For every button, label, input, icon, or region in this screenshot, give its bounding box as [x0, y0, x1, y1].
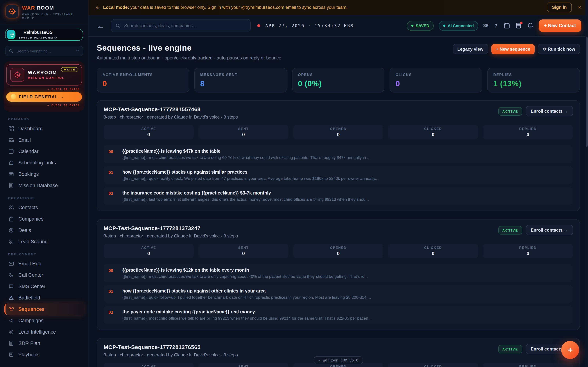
run-tick-now-button[interactable]: ⟳ Run tick now — [538, 44, 580, 54]
sequence-step-row[interactable]: D1 how {{practiceName}} stacks up agains… — [104, 285, 573, 303]
sequence-step-row[interactable]: D2 the insurance code mistake costing {{… — [104, 187, 573, 205]
sidebar-item-calendar[interactable]: Calendar — [4, 146, 84, 157]
search-icon — [9, 49, 13, 53]
page-title: Sequences - live engine — [97, 43, 283, 53]
sequence-step-row[interactable]: D0 {{practiceName}} is leaving $12k on t… — [104, 264, 573, 282]
sidebar-search-input[interactable] — [16, 48, 73, 53]
mini-stat-value: 0 — [337, 132, 340, 137]
target-icon — [8, 239, 14, 244]
click-to-enter-label: → CLICK TO ENTER — [9, 104, 80, 107]
mini-stat-clicked: CLICKED 0 — [388, 125, 478, 140]
sidebar-item-deals[interactable]: Deals — [4, 225, 84, 236]
nav-section-command: COMMAND — [8, 117, 84, 121]
sidebar-item-dashboard[interactable]: Dashboard — [4, 123, 84, 134]
back-button[interactable]: ← — [95, 22, 106, 30]
brand-room: ROOM — [36, 5, 54, 11]
scrollbar-track[interactable] — [585, 0, 588, 367]
sidebar-item-sdr-plan[interactable]: SDR Plan — [4, 337, 84, 349]
mini-stat-clicked: CLICKED 0 — [388, 363, 478, 367]
field-general-label: FIELD GENERAL → — [19, 94, 64, 99]
doc-icon — [8, 340, 14, 346]
mini-stat-opened: OPENED 0 — [293, 244, 383, 258]
sequence-step-row[interactable]: D0 {{practiceName}} is leaving $47k on t… — [104, 145, 573, 163]
sequence-title: MCP-Test-Sequence-1777281557468 — [104, 106, 238, 112]
sidebar-item-lead-intelligence[interactable]: Lead Intelligence — [4, 326, 84, 337]
field-general-button[interactable]: FIELD GENERAL → — [6, 92, 82, 101]
new-sequence-button[interactable]: + New sequence — [491, 44, 535, 54]
saved-label: SAVED — [416, 24, 429, 28]
enroll-contacts-button[interactable]: Enroll contacts → — [526, 225, 573, 235]
sidebar-item-playbook[interactable]: Playbook — [4, 349, 84, 360]
sidebar-item-label: SMS Center — [18, 284, 45, 289]
warroom-crosshair-logo-icon — [6, 5, 18, 18]
calendar-icon[interactable] — [503, 22, 510, 29]
new-contact-button[interactable]: + New Contact — [539, 19, 581, 32]
sequence-step-row[interactable]: D1 how {{practiceName}} stacks up agains… — [104, 166, 573, 184]
mini-stat-label: ACTIVE — [141, 127, 156, 131]
scrollbar-thumb[interactable] — [586, 37, 588, 147]
sidebar-item-label: Mission Database — [18, 183, 58, 188]
sidebar-item-sequences[interactable]: Sequences — [4, 303, 84, 315]
sidebar-item-email[interactable]: Email — [4, 134, 84, 146]
sidebar-item-email-hub[interactable]: Email Hub — [4, 258, 84, 269]
stat-card-active-enrollments: ACTIVE ENROLLMENTS 0 — [97, 68, 189, 92]
sidebar-item-label: Sequences — [18, 306, 45, 312]
sidebar-item-scheduling-links[interactable]: Scheduling Links — [4, 157, 84, 168]
brand-subtitle: WARROOM CRM · TWINFLAME GROUP — [22, 12, 77, 20]
step-day-label: D2 — [108, 309, 122, 315]
banner-close-icon[interactable]: ✕ — [578, 5, 581, 10]
shortcut-kbd: ⌘K — [76, 49, 79, 52]
enroll-contacts-button[interactable]: Enroll contacts → — [526, 106, 573, 116]
notes-icon[interactable] — [515, 22, 522, 29]
sidebar-item-label: Playbook — [18, 352, 39, 357]
close-icon[interactable]: ✕ — [318, 358, 320, 362]
mini-stat-clicked: CLICKED 0 — [388, 244, 478, 258]
mini-stat-label: REPLIED — [519, 246, 537, 250]
sidebar-item-label: Battlefield — [18, 295, 40, 300]
recording-dot-icon — [257, 24, 260, 27]
sidebar-item-bookings[interactable]: Bookings — [4, 168, 84, 180]
bell-icon[interactable] — [527, 22, 533, 29]
sidebar-item-battlefield[interactable]: Battlefield — [4, 292, 84, 303]
sign-in-button[interactable]: Sign in — [547, 3, 572, 12]
stat-label: CLICKS — [396, 73, 476, 77]
bookings-card-icon — [8, 171, 14, 177]
live-badge: LIVE — [61, 67, 78, 72]
step-subject: how {{practiceName}} stacks up against s… — [122, 170, 568, 175]
sequence-title: MCP-Test-Sequence-1777281276565 — [104, 344, 238, 350]
local-mode-banner: ⚠ Local mode: your data is saved to this… — [89, 0, 588, 15]
step-preview: {{first_name}}, most chiro practices we … — [122, 274, 568, 279]
platform-switch-button[interactable]: ReimburseOS SWITCH PLATFORM ⟳ — [5, 29, 83, 41]
step-subject: {{practiceName}} is leaving $12k on the … — [122, 267, 568, 273]
ai-dot-icon — [443, 25, 445, 27]
sidebar-item-companies[interactable]: Companies — [4, 213, 84, 225]
mission-control-card[interactable]: LIVE WARROOM MISSION CONTROL — [6, 64, 82, 85]
book-icon — [8, 351, 14, 358]
command-k-shortcut[interactable]: ⌘K — [483, 23, 489, 28]
help-button[interactable]: ? — [494, 23, 498, 28]
floating-add-button[interactable]: + — [561, 341, 579, 359]
sidebar-item-label: Deals — [18, 227, 31, 233]
sidebar-item-lead-scoring[interactable]: Lead Scoring — [4, 236, 84, 247]
mini-stat-replied: REPLIED 0 — [483, 363, 573, 367]
sidebar-item-contacts[interactable]: Contacts — [4, 202, 84, 213]
sidebar-item-mission-database[interactable]: Mission Database — [4, 180, 84, 191]
sidebar-item-call-center[interactable]: Call Center — [4, 269, 84, 281]
stat-value: 8 — [200, 79, 281, 88]
stat-card-messages-sent: MESSAGES SENT 8 — [194, 68, 287, 92]
legacy-view-button[interactable]: Legacy view — [453, 44, 488, 54]
sidebar-nav: COMMAND Dashboard Email — [0, 111, 88, 360]
mini-stat-label: ACTIVE — [141, 246, 156, 250]
step-preview: {{first_name}}, quick follow-up. I pulle… — [122, 295, 568, 300]
stats-row: ACTIVE ENROLLMENTS 0 MESSAGES SENT 8 OPE… — [97, 68, 580, 92]
sequence-step-row[interactable]: D2 the payer code mistake costing {{prac… — [104, 306, 573, 324]
sidebar-item-sms-center[interactable]: SMS Center — [4, 281, 84, 292]
platform-action: SWITCH PLATFORM ⟳ — [19, 36, 57, 39]
users-icon — [8, 204, 14, 210]
global-search-input[interactable] — [123, 23, 246, 29]
sidebar-item-campaigns[interactable]: Campaigns — [4, 315, 84, 326]
sidebar-search[interactable]: ⌘K — [5, 46, 83, 56]
global-search[interactable] — [111, 19, 251, 32]
stat-card-clicks: CLICKS 0 — [390, 68, 482, 92]
mini-stat-replied: REPLIED 0 — [483, 125, 573, 140]
